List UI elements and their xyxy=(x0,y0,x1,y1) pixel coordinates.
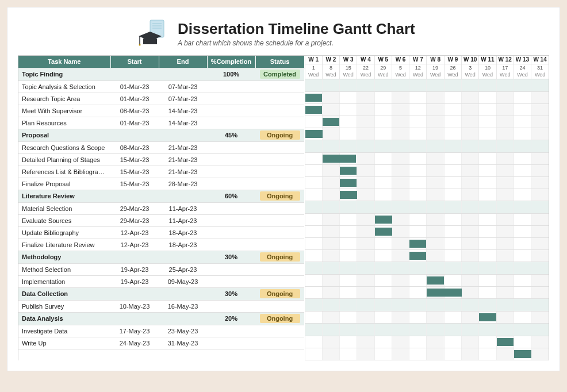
gantt-cell xyxy=(374,201,392,213)
gantt-cell xyxy=(409,79,427,91)
section-row xyxy=(305,298,549,311)
gantt-cell xyxy=(322,298,339,311)
gantt-bar xyxy=(409,240,426,248)
gantt-cell xyxy=(514,286,531,298)
gantt-cell xyxy=(357,79,374,91)
table-row xyxy=(305,225,549,237)
task-completion-cell: 60% xyxy=(207,190,255,202)
col-start: Start xyxy=(110,56,159,68)
task-completion-cell: 45% xyxy=(207,129,255,141)
gantt-cell xyxy=(496,249,514,262)
table-row: References List & Bibliography15-Mar-232… xyxy=(18,166,304,178)
gantt-cell xyxy=(531,298,549,311)
task-start-cell: 24-May-23 xyxy=(110,337,159,349)
gantt-cell xyxy=(444,79,461,91)
gantt-cell xyxy=(374,164,392,176)
gantt-cell xyxy=(374,225,392,237)
task-start-cell xyxy=(110,68,159,80)
gantt-cell xyxy=(357,116,374,128)
gantt-cell xyxy=(531,286,549,298)
gantt-cell xyxy=(409,237,427,249)
gantt-cell xyxy=(374,79,392,91)
table-row xyxy=(305,91,549,103)
gantt-cell xyxy=(340,79,357,91)
gantt-cell xyxy=(374,336,392,348)
gantt-cell xyxy=(462,128,479,140)
section-row: Literature Review60%Ongoing xyxy=(18,190,304,202)
gantt-cell xyxy=(514,274,531,286)
gantt-cell xyxy=(462,116,479,128)
task-name-cell: Data Collection xyxy=(18,287,110,300)
task-name-cell: Investigate Data xyxy=(18,325,110,337)
gantt-bar xyxy=(409,252,426,260)
gantt-cell xyxy=(392,336,409,348)
gantt-cell xyxy=(444,311,461,323)
task-name-cell: Update Bibliography xyxy=(18,226,110,239)
gantt-cell xyxy=(444,103,461,116)
gantt-cell xyxy=(427,336,444,348)
gantt-cell xyxy=(479,152,496,164)
gantt-cell xyxy=(340,311,357,323)
gantt-cell xyxy=(514,336,531,348)
gantt-cell xyxy=(409,176,427,189)
task-status-cell xyxy=(255,178,304,190)
gantt-cell xyxy=(444,348,461,360)
gantt-cell xyxy=(392,249,409,262)
gantt-cell xyxy=(305,189,322,201)
table-row xyxy=(305,164,549,176)
gantt-cell xyxy=(427,213,444,225)
task-status-cell: Ongoing xyxy=(255,287,304,300)
task-start-cell xyxy=(110,287,159,300)
task-end-cell: 21-Mar-23 xyxy=(159,153,207,166)
task-name-cell: Research Topic Area xyxy=(18,93,110,105)
gantt-cell xyxy=(340,201,357,213)
week-header: W 1 xyxy=(305,56,322,64)
task-end-cell xyxy=(159,129,207,141)
gantt-cell xyxy=(531,201,549,213)
task-end-cell: 31-May-23 xyxy=(159,337,207,349)
gantt-cell xyxy=(409,298,427,311)
gantt-cell xyxy=(427,116,444,128)
gantt-cell xyxy=(357,225,374,237)
task-start-cell: 12-Apr-23 xyxy=(110,239,159,251)
gantt-cell xyxy=(357,152,374,164)
gantt-cell xyxy=(444,201,461,213)
gantt-cell xyxy=(514,237,531,249)
gantt-cell xyxy=(462,213,479,225)
task-end-cell: 28-Mar-23 xyxy=(159,178,207,190)
table-row xyxy=(305,189,549,201)
gantt-cell xyxy=(462,249,479,262)
gantt-cell xyxy=(514,116,531,128)
gantt-cell xyxy=(340,298,357,311)
gantt-cell xyxy=(322,286,339,298)
gantt-cell xyxy=(305,336,322,348)
gantt-cell xyxy=(322,116,339,128)
gantt-cell xyxy=(479,128,496,140)
gantt-cell xyxy=(357,189,374,201)
gantt-cell xyxy=(322,152,339,164)
task-start-cell: 15-Mar-23 xyxy=(110,166,159,178)
task-end-cell xyxy=(159,68,207,80)
week-day: 5 xyxy=(392,64,409,71)
week-header: W 13 xyxy=(514,56,531,64)
gantt-cell xyxy=(496,176,514,189)
gantt-cell xyxy=(340,237,357,249)
gantt-cell xyxy=(531,164,549,176)
section-row: Proposal45%Ongoing xyxy=(18,129,304,141)
gantt-cell xyxy=(514,79,531,91)
gantt-cell xyxy=(305,91,322,103)
task-completion-cell xyxy=(207,117,255,129)
gantt-cell xyxy=(479,213,496,225)
gantt-cell xyxy=(392,152,409,164)
gantt-cell xyxy=(340,91,357,103)
gantt-cell xyxy=(479,323,496,336)
gantt-cell xyxy=(462,79,479,91)
gantt-cell xyxy=(305,237,322,249)
gantt-cell xyxy=(340,336,357,348)
gantt-cell xyxy=(322,128,339,140)
gantt-cell xyxy=(305,152,322,164)
gantt-cell xyxy=(427,91,444,103)
gantt-cell xyxy=(531,213,549,225)
week-header: W 14 xyxy=(531,56,549,64)
gantt-bar xyxy=(427,276,443,285)
